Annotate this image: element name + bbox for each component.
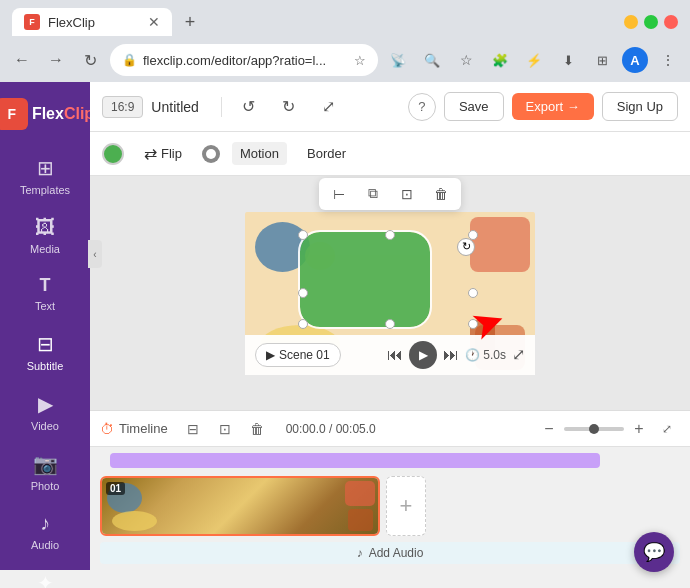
download-button[interactable]: ⬇ (554, 46, 582, 74)
grid-button[interactable]: ⊞ (588, 46, 616, 74)
border-label: Border (307, 146, 346, 161)
main-toolbar: 16:9 Untitled ↺ ↻ ⤢ ? Save Export → Sign… (90, 82, 690, 132)
add-clip-icon: + (400, 493, 413, 519)
sidebar-label-photo: Photo (31, 480, 60, 492)
lock-icon: 🔒 (122, 53, 137, 67)
next-scene-button[interactable]: ⏭ (443, 346, 459, 364)
clock-icon: 🕐 (465, 348, 480, 362)
forward-button[interactable]: → (42, 46, 70, 74)
save-button[interactable]: Save (444, 92, 504, 121)
profile-button[interactable]: A (622, 47, 648, 73)
resize-handle-bm[interactable] (385, 319, 395, 329)
prev-scene-button[interactable]: ⏮ (387, 346, 403, 364)
clip-number-badge: 01 (106, 482, 125, 495)
chat-fab-button[interactable]: 💬 (634, 532, 674, 572)
resize-handle-bl[interactable] (298, 319, 308, 329)
resize-handle-ml[interactable] (298, 288, 308, 298)
menu-button[interactable]: ⋮ (654, 46, 682, 74)
add-clip-button[interactable]: + (386, 476, 426, 536)
align-button[interactable]: ⊢ (327, 182, 351, 206)
purple-overlay-track[interactable] (110, 453, 600, 468)
ratio-badge[interactable]: 16:9 (102, 96, 143, 118)
timeline-text: Timeline (119, 421, 168, 436)
help-button[interactable]: ? (408, 93, 436, 121)
object-controls-bar: ⊢ ⧉ ⊡ 🗑 (319, 178, 461, 210)
new-tab-button[interactable]: + (176, 8, 204, 36)
green-shape-element[interactable] (300, 232, 430, 327)
tab-close-button[interactable]: ✕ (148, 14, 160, 30)
video-clip-1[interactable]: 01 (100, 476, 380, 536)
sidebar-item-video[interactable]: ▶ Video (0, 382, 90, 442)
time-display: 🕐 5.0s (465, 348, 506, 362)
border-button[interactable]: Border (299, 142, 354, 165)
copy-clip-button[interactable]: ⊡ (212, 416, 238, 442)
fit-button[interactable]: ⤢ (654, 416, 680, 442)
fullscreen-button[interactable]: ⤢ (512, 345, 525, 364)
cast-button[interactable]: 📡 (384, 46, 412, 74)
color-picker[interactable] (102, 143, 124, 165)
sidebar-label-media: Media (30, 243, 60, 255)
maximize-button[interactable] (644, 15, 658, 29)
editor-area[interactable]: ⊢ ⧉ ⊡ 🗑 (90, 176, 690, 410)
sidebar-item-media[interactable]: 🖼 Media (0, 206, 90, 265)
text-icon: T (40, 275, 51, 296)
signup-button[interactable]: Sign Up (602, 92, 678, 121)
scene-label: Scene 01 (279, 348, 330, 362)
back-button[interactable]: ← (8, 46, 36, 74)
sidebar-item-text[interactable]: T Text (0, 265, 90, 322)
sidebar-label-video: Video (31, 420, 59, 432)
scene-button[interactable]: ▶ Scene 01 (255, 343, 341, 367)
export-label: Export → (526, 99, 580, 114)
bookmark-icon: ☆ (354, 53, 366, 68)
main-content: 16:9 Untitled ↺ ↻ ⤢ ? Save Export → Sign… (90, 82, 690, 570)
motion-button[interactable]: Motion (232, 142, 287, 165)
zoom-out-button[interactable]: − (538, 418, 560, 440)
extension-button[interactable]: 🧩 (486, 46, 514, 74)
url-text: flexclip.com/editor/app?ratio=l... (143, 53, 348, 68)
reload-button[interactable]: ↻ (76, 46, 104, 74)
food-item-1 (470, 217, 530, 272)
rotate-handle[interactable]: ↻ (457, 238, 475, 256)
minimize-button[interactable] (624, 15, 638, 29)
motion-label: Motion (240, 146, 279, 161)
close-button[interactable] (664, 15, 678, 29)
elements-icon: ✦ (37, 571, 54, 588)
split-button[interactable]: ⊟ (180, 416, 206, 442)
extensions-button[interactable]: ⚡ (520, 46, 548, 74)
star-button[interactable]: ☆ (452, 46, 480, 74)
zoom-slider[interactable] (564, 427, 624, 431)
flip-icon: ⇄ (144, 144, 157, 163)
fullscreen-toggle-button[interactable]: ⤢ (312, 91, 344, 123)
timeline-content: 01 + (90, 447, 690, 542)
layers-button[interactable]: ⧉ (361, 182, 385, 206)
add-audio-row[interactable]: ♪ Add Audio (100, 542, 680, 564)
duplicate-button[interactable]: ⊡ (395, 182, 419, 206)
export-button[interactable]: Export → (512, 93, 594, 120)
sidebar-item-elements[interactable]: ✦ Elements (0, 561, 90, 588)
address-input[interactable]: 🔒 flexclip.com/editor/app?ratio=l... ☆ (110, 44, 378, 76)
resize-handle-tl[interactable] (298, 230, 308, 240)
sidebar-item-photo[interactable]: 📷 Photo (0, 442, 90, 502)
delete-button[interactable]: 🗑 (429, 182, 453, 206)
resize-handle-mr[interactable] (468, 288, 478, 298)
sidebar-label-text: Text (35, 300, 55, 312)
sidebar-item-subtitle[interactable]: ⊟ Subtitle (0, 322, 90, 382)
sidebar-item-templates[interactable]: ⊞ Templates (0, 146, 90, 206)
zoom-button[interactable]: 🔍 (418, 46, 446, 74)
resize-handle-tm[interactable] (385, 230, 395, 240)
undo-button[interactable]: ↺ (232, 91, 264, 123)
delete-clip-button[interactable]: 🗑 (244, 416, 270, 442)
redo-button[interactable]: ↻ (272, 91, 304, 123)
play-button[interactable]: ▶ (409, 341, 437, 369)
toolbar-separator-1 (221, 97, 222, 117)
audio-icon: ♪ (40, 512, 50, 535)
window-controls (624, 15, 678, 29)
play-scene-icon: ▶ (266, 348, 275, 362)
chat-icon: 💬 (643, 541, 665, 563)
flip-button[interactable]: ⇄ Flip (136, 140, 190, 167)
sidebar-collapse-handle[interactable]: ‹ (88, 240, 102, 268)
browser-tab[interactable]: F FlexClip ✕ (12, 8, 172, 36)
zoom-in-button[interactable]: + (628, 418, 650, 440)
document-title[interactable]: Untitled (151, 99, 211, 115)
sidebar-item-audio[interactable]: ♪ Audio (0, 502, 90, 561)
